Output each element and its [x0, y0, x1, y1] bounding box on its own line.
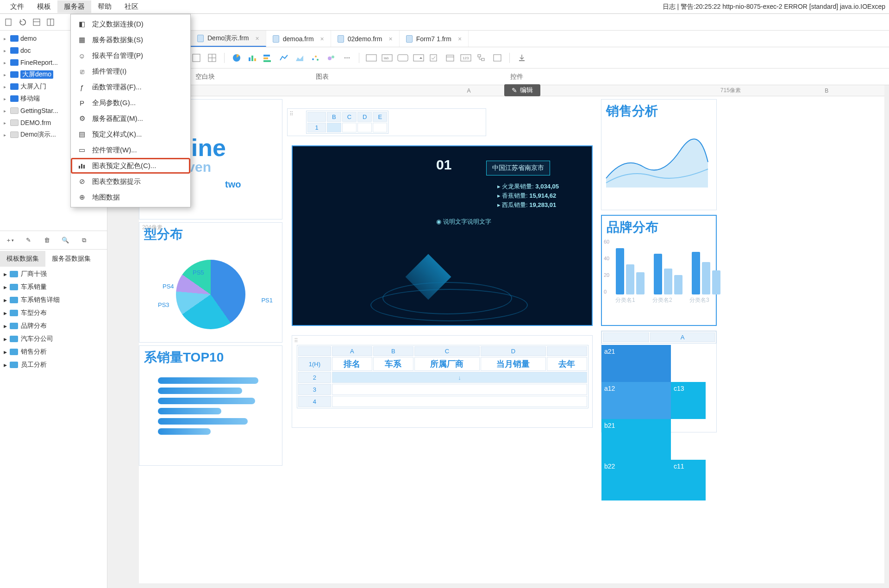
panel-datatable[interactable]: ⠿ A B C D 1(H) 排名 车系 所属厂商 当月销量 去年 2↓ 3 4: [292, 335, 593, 428]
dd-platform-mgmt[interactable]: ☺报表平台管理(P): [71, 48, 190, 63]
number-widget-icon[interactable]: 123: [460, 52, 471, 63]
folder-icon: [10, 83, 19, 90]
edit-icon[interactable]: ✎: [23, 235, 33, 245]
dataset-item[interactable]: ▸厂商十强: [0, 268, 107, 281]
tree-widget-icon[interactable]: [476, 52, 487, 63]
more-chart-icon[interactable]: ⋯: [341, 52, 352, 63]
combo-widget-icon[interactable]: [413, 52, 424, 63]
block-icon[interactable]: [191, 52, 202, 63]
edit-button[interactable]: ✎编辑: [504, 84, 540, 96]
folder-icon: [10, 95, 19, 102]
dataset-label: 汽车分公司: [21, 335, 53, 343]
layout2-icon[interactable]: [45, 17, 56, 27]
add-icon[interactable]: ＋▾: [5, 235, 15, 245]
tab-server-ds[interactable]: 服务器数据集: [45, 251, 97, 267]
dd-global-param[interactable]: P全局参数(G)...: [71, 95, 190, 111]
menu-help[interactable]: 帮助: [91, 0, 118, 13]
insert-toolbar: ⋯ lab 123: [107, 47, 889, 69]
close-icon[interactable]: ×: [458, 35, 462, 43]
dataset-list: ▸厂商十强▸车系销量▸车系销售详细▸车型分布▸品牌分布▸汽车分公司▸销售分析▸员…: [0, 268, 107, 371]
copy-icon[interactable]: ⧉: [79, 235, 89, 245]
svg-rect-1: [33, 19, 40, 25]
dd-label: 报表平台管理(P): [92, 51, 143, 60]
text-widget-icon[interactable]: [366, 52, 377, 63]
button-widget-icon[interactable]: [397, 52, 408, 63]
dataset-item[interactable]: ▸车系销量: [0, 281, 107, 294]
menu-server[interactable]: 服务器: [57, 0, 91, 13]
dd-plugin-mgmt[interactable]: ⎚插件管理(I): [71, 63, 190, 79]
data-table[interactable]: A B C D 1(H) 排名 车系 所属厂商 当月销量 去年 2↓ 3 4: [297, 345, 588, 408]
dataset-item[interactable]: ▸销售分析: [0, 345, 107, 358]
checkbox-widget-icon[interactable]: [429, 52, 440, 63]
hbar: [158, 377, 258, 384]
pencil-icon: ✎: [512, 87, 517, 94]
menu-file[interactable]: 文件: [4, 0, 31, 13]
menu-community[interactable]: 社区: [118, 0, 145, 13]
svg-rect-35: [482, 58, 484, 61]
iframe-widget-icon[interactable]: [492, 52, 503, 63]
new-icon[interactable]: [4, 17, 14, 27]
svg-rect-6: [81, 164, 82, 169]
tab-template-ds[interactable]: 模板数据集: [0, 251, 45, 267]
panel-treemap[interactable]: A a21a12c13b21b22c11: [601, 331, 717, 432]
bar-chart-icon[interactable]: [247, 52, 258, 63]
dataset-icon: [10, 349, 18, 355]
tab-label: 02demo.frm: [348, 35, 382, 43]
menu-template[interactable]: 模板: [31, 0, 57, 13]
file-tab[interactable]: Demo演示.frm×: [191, 31, 266, 47]
label-widget-icon[interactable]: lab: [382, 52, 393, 63]
refresh-icon[interactable]: [18, 17, 28, 27]
export-icon[interactable]: [516, 52, 527, 63]
file-tab[interactable]: Form7 1.frm×: [400, 31, 469, 47]
file-icon: [10, 119, 19, 126]
close-icon[interactable]: ×: [255, 35, 259, 42]
panel-brand-bars[interactable]: 品牌分布 60 40 20 0 分类名1 分类名2 分类名3: [601, 215, 717, 326]
cat-chart: 图表: [316, 73, 510, 81]
panel-minigrid[interactable]: ⠿ BCDE 1: [287, 108, 486, 136]
dataset-item[interactable]: ▸汽车分公司: [0, 332, 107, 345]
dataset-item[interactable]: ▸车型分布: [0, 307, 107, 319]
dd-map-data[interactable]: ⊕地图数据: [71, 189, 190, 205]
dd-server-config[interactable]: ⚙服务器配置(M)...: [71, 111, 190, 126]
dataset-item[interactable]: ▸车系销售详细: [0, 294, 107, 307]
panel-sales-analysis[interactable]: 销售分析: [601, 99, 717, 210]
layout1-icon[interactable]: [31, 17, 42, 27]
design-canvas[interactable]: A 715像素 B ✎编辑 ⠿ P10 ninesevenonetwo ⠿ BC…: [139, 85, 884, 583]
dataset-item[interactable]: ▸员工分析: [0, 358, 107, 371]
panel-hbar-top10[interactable]: 系销量TOP10: [139, 345, 282, 466]
dd-chart-color-scheme[interactable]: 图表预定义配色(C)...: [71, 158, 190, 174]
server-dropdown: ◧定义数据连接(D) ▦服务器数据集(S) ☺报表平台管理(P) ⎚插件管理(I…: [70, 14, 191, 207]
area-chart-icon[interactable]: [294, 52, 305, 63]
dd-widget-mgmt[interactable]: ▭控件管理(W)...: [71, 142, 190, 158]
dd-server-dataset[interactable]: ▦服务器数据集(S): [71, 32, 190, 48]
mini-table[interactable]: BCDE 1: [306, 111, 388, 134]
grid-block-icon[interactable]: [207, 52, 218, 63]
drag-handle-icon[interactable]: ⠿: [294, 338, 299, 344]
bubble-icon[interactable]: [326, 52, 337, 63]
close-icon[interactable]: ×: [320, 35, 324, 43]
chevron-right-icon: ▸: [4, 72, 8, 77]
dd-chart-empty-tip[interactable]: ⊘图表空数据提示: [71, 174, 190, 189]
dataset-item[interactable]: ▸品牌分布: [0, 319, 107, 332]
drag-handle-icon[interactable]: ⠿: [289, 111, 294, 117]
dd-data-connection[interactable]: ◧定义数据连接(D): [71, 16, 190, 32]
pie-chart-icon[interactable]: [231, 52, 242, 63]
line-chart-icon[interactable]: [278, 52, 289, 63]
dataset-icon: [10, 310, 18, 316]
preview-icon[interactable]: 🔍: [60, 235, 70, 245]
dd-predef-style[interactable]: ▤预定义样式(K)...: [71, 126, 190, 142]
hbar-chart-icon[interactable]: [263, 52, 274, 63]
file-tab[interactable]: demoa.frm×: [266, 31, 331, 47]
grid-icon: ▦: [77, 36, 87, 44]
panel-dark-dashboard[interactable]: 01 中国江苏省南京市 ▸ 火龙果销量: 3,034,05▸ 香蕉销量: 15,…: [292, 145, 593, 326]
close-icon[interactable]: ×: [388, 35, 392, 43]
panel-pie[interactable]: 204像素 型分布 PS1 PS2 PS3 PS4 PS5: [139, 222, 282, 343]
hdr: 当月销量: [481, 357, 546, 371]
file-tab[interactable]: 02demo.frm×: [331, 31, 400, 47]
dd-function-mgr[interactable]: ƒ函数管理器(F)...: [71, 79, 190, 95]
cat-widget: 控件: [510, 73, 631, 81]
scatter-icon[interactable]: [310, 52, 321, 63]
dd-label: 插件管理(I): [92, 67, 126, 76]
delete-icon[interactable]: 🗑: [42, 235, 52, 245]
date-widget-icon[interactable]: [444, 52, 456, 63]
